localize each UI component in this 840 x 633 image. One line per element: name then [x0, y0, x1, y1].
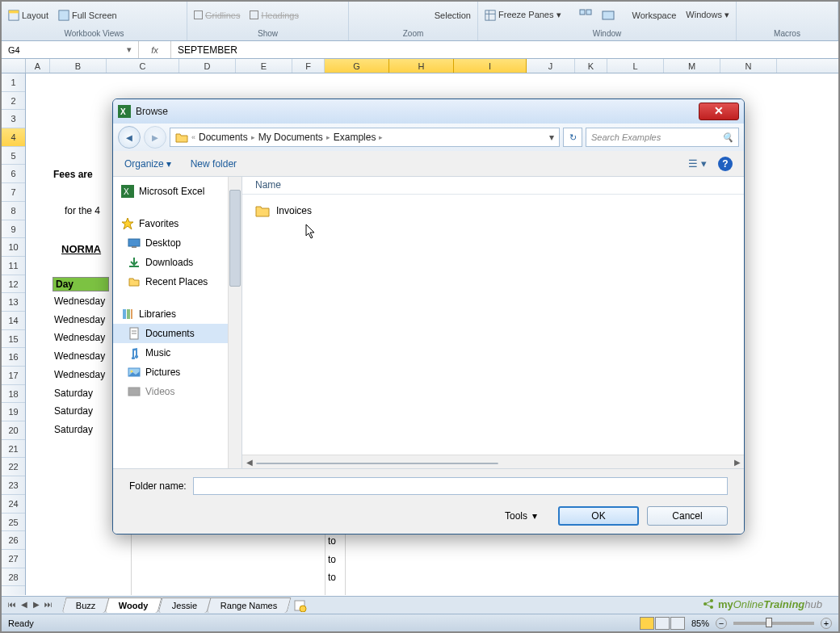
zoom-pct[interactable]: 85% [691, 618, 709, 628]
crumb[interactable]: My Documents [258, 132, 323, 143]
new-sheet-icon[interactable] [293, 599, 308, 612]
row-header-13[interactable]: 13 [2, 293, 25, 312]
row-header-3[interactable]: 3 [2, 110, 25, 128]
select-all-cell[interactable] [2, 59, 26, 73]
col-header-D[interactable]: D [179, 59, 236, 73]
zoom-slider[interactable] [733, 622, 814, 625]
col-header-N[interactable]: N [720, 59, 777, 73]
row-header-4[interactable]: 4 [2, 128, 25, 147]
row-header-16[interactable]: 16 [2, 348, 25, 367]
cancel-button[interactable]: Cancel [647, 506, 728, 526]
crumb[interactable]: Documents [199, 132, 248, 143]
row-header-2[interactable]: 2 [2, 92, 25, 111]
workspace[interactable]: Workspace [632, 10, 676, 20]
tree-favorites[interactable]: Favorites [113, 214, 242, 233]
col-header-C[interactable]: C [107, 59, 179, 73]
row-header-5[interactable]: 5 [2, 147, 25, 166]
col-header-K[interactable]: K [575, 59, 607, 73]
tree-scrollbar[interactable] [228, 177, 242, 468]
row-header-27[interactable]: 27 [2, 550, 25, 568]
row-header-17[interactable]: 17 [2, 367, 25, 385]
tree-videos[interactable]: Videos [113, 382, 242, 401]
row-header-25[interactable]: 25 [2, 514, 25, 532]
row-header-28[interactable]: 28 [2, 568, 25, 587]
back-button[interactable]: ◄ [118, 126, 141, 149]
tree-libraries[interactable]: Libraries [113, 304, 242, 324]
row-header-24[interactable]: 24 [2, 495, 25, 514]
help-icon[interactable]: ? [718, 157, 733, 171]
col-header-B[interactable]: B [50, 59, 107, 73]
fullscreen-btn[interactable]: Full Screen [58, 10, 117, 21]
col-header-L[interactable]: L [607, 59, 664, 73]
row-header-21[interactable]: 21 [2, 440, 25, 459]
row-header-11[interactable]: 11 [2, 257, 25, 275]
arrange-icon[interactable] [602, 9, 615, 22]
crumb[interactable]: Examples [334, 132, 376, 143]
windows-menu[interactable]: Windows ▾ [686, 10, 729, 20]
tab-nav-next[interactable]: ▶ [31, 600, 42, 611]
folder-item[interactable]: Invoices [255, 203, 731, 219]
tab-nav-prev[interactable]: ◀ [19, 600, 30, 611]
chevron-down-icon[interactable]: ▾ [549, 132, 554, 143]
col-header-J[interactable]: J [527, 59, 575, 73]
tools-menu[interactable]: Tools ▾ [505, 510, 537, 522]
folder-tree[interactable]: XMicrosoft Excel Favorites Desktop Downl… [113, 177, 242, 468]
tree-excel[interactable]: XMicrosoft Excel [113, 182, 242, 201]
row-header-6[interactable]: 6 [2, 165, 25, 183]
sheet-tab-buzz[interactable]: Buzz [61, 597, 110, 613]
row-header-15[interactable]: 15 [2, 330, 25, 349]
row-header-10[interactable]: 10 [2, 238, 25, 257]
gridlines-chk[interactable]: Gridlines [194, 10, 240, 20]
col-header-G[interactable]: G [325, 59, 389, 73]
name-box[interactable]: G4▾ [2, 41, 139, 58]
row-header-9[interactable]: 9 [2, 220, 25, 239]
column-header-name[interactable]: Name [242, 177, 744, 195]
zoom-in-btn[interactable]: + [821, 618, 832, 629]
row-header-12[interactable]: 12 [2, 275, 25, 294]
tree-pictures[interactable]: Pictures [113, 363, 242, 382]
page-layout-view-btn[interactable] [655, 617, 670, 630]
zoom-out-btn[interactable]: − [716, 618, 727, 629]
formula-value[interactable]: SEPTEMBER [171, 44, 244, 56]
layout-btn[interactable]: Layout [8, 10, 48, 21]
col-header-F[interactable]: F [292, 59, 325, 73]
fx-button[interactable]: fx [139, 41, 171, 58]
tab-nav-last[interactable]: ⏭ [43, 600, 54, 611]
refresh-button[interactable]: ↻ [563, 128, 582, 147]
view-options-btn[interactable]: ☰ ▾ [688, 157, 707, 170]
tree-documents[interactable]: Documents [113, 324, 242, 343]
file-list[interactable]: Invoices [242, 195, 744, 455]
breadcrumb[interactable]: « Documents▸ My Documents▸ Examples▸ ▾ [170, 128, 560, 147]
row-header-26[interactable]: 26 [2, 531, 25, 550]
row-header-18[interactable]: 18 [2, 385, 25, 404]
dropdown-icon[interactable]: ▾ [127, 44, 132, 55]
tab-nav-first[interactable]: ⏮ [6, 600, 18, 611]
sheet-tab-woody[interactable]: Woody [105, 597, 163, 613]
col-header-M[interactable]: M [664, 59, 720, 73]
row-header-19[interactable]: 19 [2, 403, 25, 421]
search-input[interactable]: Search Examples 🔍 [586, 128, 739, 147]
zoom-selection[interactable]: Selection [435, 10, 471, 20]
col-header-I[interactable]: I [454, 59, 527, 73]
row-header-14[interactable]: 14 [2, 312, 25, 330]
row-header-23[interactable]: 23 [2, 476, 25, 495]
new-folder-btn[interactable]: New folder [191, 158, 237, 170]
horizontal-scrollbar[interactable]: ◀ ▶ [242, 455, 744, 468]
ok-button[interactable]: OK [558, 506, 639, 526]
tree-desktop[interactable]: Desktop [113, 233, 242, 253]
split-icon[interactable] [579, 9, 592, 22]
close-button[interactable]: ✕ [699, 103, 739, 120]
folder-name-input[interactable] [193, 477, 728, 495]
row-header-20[interactable]: 20 [2, 421, 25, 440]
page-break-view-btn[interactable] [670, 617, 685, 630]
headings-chk[interactable]: Headings [250, 10, 298, 20]
normal-view-btn[interactable] [640, 617, 654, 630]
row-header-22[interactable]: 22 [2, 458, 25, 476]
tree-music[interactable]: Music [113, 343, 242, 363]
freeze-panes[interactable]: Freeze Panes ▾ [485, 10, 561, 21]
organize-menu[interactable]: Organize ▾ [124, 158, 171, 170]
row-header-7[interactable]: 7 [2, 183, 25, 202]
col-header-H[interactable]: H [389, 59, 454, 73]
forward-button[interactable]: ► [144, 126, 166, 149]
tree-downloads[interactable]: Downloads [113, 253, 242, 272]
